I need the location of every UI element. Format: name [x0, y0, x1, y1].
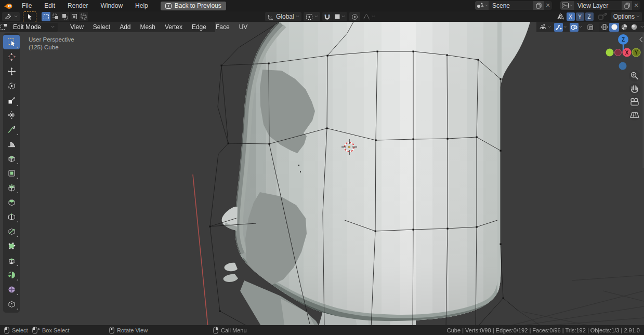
menu-select[interactable]: Select — [88, 22, 115, 32]
menu-mesh[interactable]: Mesh — [136, 22, 160, 32]
tool-move[interactable] — [3, 64, 20, 78]
menu-window[interactable]: Window — [94, 0, 129, 11]
editor-type-icon[interactable] — [0, 23, 8, 31]
tool-annotate[interactable] — [3, 122, 20, 137]
select-mode-set-button[interactable] — [42, 12, 51, 21]
mirror-x-toggle[interactable]: X — [567, 12, 575, 21]
menu-vertex[interactable]: Vertex — [160, 22, 187, 32]
tool-settings-bar: Global — [0, 11, 644, 22]
tool-edge-slide[interactable] — [3, 282, 20, 297]
tool-bevel[interactable] — [3, 195, 20, 209]
mesh-head — [222, 22, 530, 325]
viewport-header-left: Edit Mode View Select Add Mesh Vertex Ed… — [0, 22, 215, 32]
tool-add-cube[interactable] — [3, 151, 20, 166]
snap-target-dropdown[interactable] — [333, 12, 347, 21]
select-mode-intersect-button[interactable] — [79, 12, 88, 21]
scene-selector[interactable]: Scene ✕ — [475, 1, 552, 10]
tool-smooth[interactable] — [3, 267, 20, 282]
orientation-value: Global — [276, 13, 294, 20]
gizmo-axis-y-positive[interactable] — [606, 49, 614, 57]
object-visibility-filter-icon[interactable] — [538, 23, 547, 32]
tool-loop-cut[interactable] — [3, 209, 20, 224]
show-gizmos-toggle[interactable] — [554, 23, 563, 32]
menu-edit[interactable]: Edit — [38, 0, 61, 11]
show-overlays-toggle[interactable] — [570, 23, 579, 32]
proportional-editing-toggle[interactable] — [349, 12, 360, 21]
pan-hand-button[interactable] — [629, 83, 640, 95]
scene-new-copy-button[interactable] — [533, 1, 544, 10]
menu-edge[interactable]: Edge — [187, 22, 211, 32]
proportional-falloff-dropdown[interactable] — [362, 14, 375, 20]
viewport-canvas[interactable]: Z X Y — [0, 22, 644, 325]
tool-inset-faces[interactable] — [3, 180, 20, 195]
mouse-middle-icon — [109, 327, 114, 334]
filter-dropdown-chevron[interactable] — [548, 25, 551, 29]
mouse-left-icon — [4, 327, 9, 334]
tool-poly-build[interactable] — [3, 238, 20, 253]
mirror-z-toggle[interactable]: Z — [585, 12, 594, 21]
perspective-toggle-button[interactable] — [629, 109, 640, 120]
topbar: File Edit Render Window Help Back to Pre… — [0, 0, 644, 11]
mode-dropdown[interactable]: Edit Mode — [10, 23, 58, 32]
editor-type-button[interactable] — [2, 12, 20, 21]
svg-text:Y: Y — [635, 50, 638, 56]
back-to-previous-button[interactable]: Back to Previous — [161, 2, 226, 10]
tool-transform[interactable] — [3, 108, 20, 122]
view-name-label: User Perspective — [29, 36, 74, 44]
shading-wireframe-button[interactable] — [599, 23, 609, 32]
transform-orientation-dropdown[interactable]: Global — [265, 12, 301, 21]
select-mode-subtract-button[interactable] — [60, 12, 70, 21]
shading-dropdown-chevron[interactable] — [640, 25, 644, 29]
tool-select-box[interactable] — [3, 35, 20, 49]
viewport-region[interactable]: Z X Y — [0, 22, 644, 325]
zoom-button[interactable] — [629, 70, 640, 82]
menu-help[interactable]: Help — [129, 0, 154, 11]
shading-rendered-button[interactable] — [629, 23, 639, 32]
xray-toggle[interactable] — [586, 23, 595, 32]
pivot-point-dropdown[interactable] — [304, 12, 320, 21]
select-mode-invert-button[interactable] — [70, 12, 79, 21]
menu-face[interactable]: Face — [211, 22, 234, 32]
tool-shrink-fatten[interactable] — [3, 297, 20, 311]
menu-render[interactable]: Render — [61, 0, 94, 11]
gizmos-dropdown-chevron[interactable] — [563, 25, 567, 29]
gizmo-axis-x-negative[interactable] — [615, 49, 622, 56]
tool-measure[interactable] — [3, 137, 20, 151]
gizmo-axis-z-negative[interactable] — [619, 62, 627, 70]
mirror-y-toggle[interactable]: Y — [576, 12, 584, 21]
orientation-icon — [267, 14, 274, 20]
view-layer-selector[interactable]: View Layer ✕ — [560, 1, 640, 10]
mirror-icon — [556, 13, 565, 20]
active-tool-indicator[interactable] — [23, 11, 36, 22]
tool-scale[interactable] — [3, 93, 20, 108]
select-mode-extend-button[interactable] — [51, 12, 60, 21]
region-scrollbar[interactable] — [643, 33, 644, 168]
scene-icon[interactable] — [475, 1, 489, 10]
menu-uv[interactable]: UV — [234, 22, 253, 32]
scene-unlink-button[interactable]: ✕ — [544, 1, 552, 10]
view-layer-remove-button[interactable]: ✕ — [632, 1, 640, 10]
tool-knife[interactable] — [3, 224, 20, 238]
tool-spin[interactable] — [3, 253, 20, 267]
menu-file[interactable]: File — [16, 0, 38, 11]
tool-extrude-region[interactable] — [3, 166, 20, 180]
viewport-header-right — [536, 22, 644, 32]
menu-view[interactable]: View — [65, 22, 88, 32]
snap-toggle[interactable] — [322, 12, 333, 21]
tool-cursor[interactable] — [3, 49, 20, 64]
shading-solid-button[interactable] — [609, 23, 619, 32]
overlays-dropdown-chevron[interactable] — [579, 25, 582, 29]
snap-individual-icon[interactable] — [598, 13, 607, 20]
tool-rotate[interactable] — [3, 78, 20, 93]
options-dropdown[interactable]: Options — [611, 12, 642, 21]
shading-material-button[interactable] — [619, 23, 629, 32]
mode-value: Edit Mode — [13, 23, 41, 31]
view-layer-icon[interactable] — [560, 1, 574, 10]
camera-view-button[interactable] — [629, 96, 640, 108]
view-layer-new-copy-button[interactable] — [622, 1, 632, 10]
svg-text:Z: Z — [622, 37, 625, 43]
menu-add[interactable]: Add — [115, 22, 135, 32]
blender-logo-icon[interactable] — [0, 2, 16, 10]
svg-text:X: X — [625, 50, 629, 56]
toolbar — [3, 33, 20, 313]
